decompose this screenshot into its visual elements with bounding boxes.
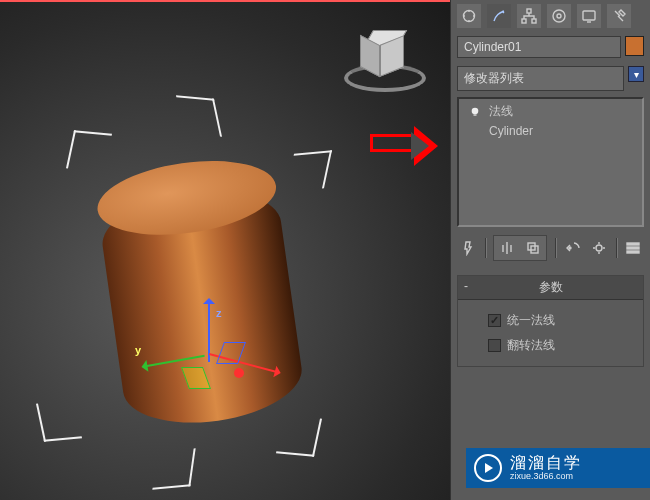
pin-stack-icon[interactable] bbox=[459, 237, 477, 259]
motion-tab-icon[interactable] bbox=[547, 4, 571, 28]
viewcube[interactable] bbox=[350, 22, 420, 92]
remove-modifier-icon[interactable] bbox=[564, 237, 582, 259]
svg-rect-1 bbox=[527, 9, 531, 13]
utilities-tab-icon[interactable] bbox=[607, 4, 631, 28]
object-name-row bbox=[451, 32, 650, 62]
watermark-url: zixue.3d66.com bbox=[510, 472, 582, 482]
svg-point-12 bbox=[596, 245, 602, 251]
command-panel-tabs bbox=[451, 0, 650, 32]
selection-bracket bbox=[66, 130, 112, 171]
separator bbox=[485, 238, 486, 258]
svg-point-7 bbox=[472, 107, 479, 114]
create-tab-icon[interactable] bbox=[457, 4, 481, 28]
axis-end-x[interactable] bbox=[234, 368, 244, 378]
stack-options-icon[interactable] bbox=[624, 237, 642, 259]
command-panel: 修改器列表 ▾ 法线 Cylinder bbox=[450, 0, 650, 500]
move-gizmo[interactable]: y z bbox=[160, 352, 280, 472]
selection-bracket bbox=[176, 95, 222, 136]
modifier-list-row: 修改器列表 ▾ bbox=[451, 62, 650, 95]
svg-rect-6 bbox=[583, 11, 595, 20]
svg-point-5 bbox=[557, 14, 561, 18]
object-name-input[interactable] bbox=[457, 36, 621, 58]
plane-xy[interactable] bbox=[181, 367, 211, 389]
stack-item-label: Cylinder bbox=[489, 124, 533, 138]
svg-point-4 bbox=[553, 10, 565, 22]
play-icon bbox=[474, 454, 502, 482]
svg-rect-14 bbox=[627, 247, 639, 249]
stack-item-normals[interactable]: 法线 bbox=[459, 101, 642, 122]
object-color-swatch[interactable] bbox=[625, 36, 644, 56]
modifier-list-dropdown[interactable]: 修改器列表 bbox=[457, 66, 624, 91]
selection-bracket bbox=[276, 415, 322, 456]
modify-tab-icon[interactable] bbox=[487, 4, 511, 28]
stack-item-label: 法线 bbox=[489, 103, 513, 120]
lightbulb-icon[interactable] bbox=[469, 106, 481, 118]
checkbox-flip-normals[interactable] bbox=[488, 339, 501, 352]
svg-rect-2 bbox=[522, 19, 526, 23]
stack-toolbar bbox=[451, 229, 650, 267]
watermark: 溜溜自学 zixue.3d66.com bbox=[466, 448, 650, 488]
selection-bracket bbox=[36, 400, 82, 441]
svg-rect-13 bbox=[627, 243, 639, 245]
rollout-body: 统一法线 翻转法线 bbox=[458, 300, 643, 366]
make-unique-icon[interactable] bbox=[521, 237, 545, 259]
viewcube-cube[interactable] bbox=[362, 30, 406, 74]
svg-rect-8 bbox=[474, 114, 477, 116]
modifier-list-label: 修改器列表 bbox=[464, 70, 524, 87]
svg-rect-15 bbox=[627, 251, 639, 253]
separator bbox=[616, 238, 617, 258]
rollout-header[interactable]: - 参数 bbox=[458, 276, 643, 300]
rollout-title: 参数 bbox=[539, 280, 563, 294]
svg-point-11 bbox=[569, 247, 571, 249]
separator bbox=[555, 238, 556, 258]
rollout-parameters: - 参数 统一法线 翻转法线 bbox=[457, 275, 644, 367]
stack-item-cylinder[interactable]: Cylinder bbox=[459, 122, 642, 140]
axis-label-z: z bbox=[216, 307, 222, 319]
modifier-stack[interactable]: 法线 Cylinder bbox=[457, 97, 644, 227]
checkbox-flip-normals-row[interactable]: 翻转法线 bbox=[488, 333, 613, 358]
checkbox-unify-normals-row[interactable]: 统一法线 bbox=[488, 308, 613, 333]
checkbox-label: 统一法线 bbox=[507, 312, 555, 329]
show-end-result-icon[interactable] bbox=[495, 237, 519, 259]
collapse-icon: - bbox=[464, 279, 468, 293]
watermark-brand: 溜溜自学 bbox=[510, 454, 582, 472]
axis-label-y: y bbox=[135, 344, 141, 356]
svg-point-0 bbox=[464, 11, 475, 22]
annotation-arrow bbox=[370, 134, 418, 152]
display-tab-icon[interactable] bbox=[577, 4, 601, 28]
viewport[interactable]: y z bbox=[0, 0, 450, 500]
configure-modifier-icon[interactable] bbox=[590, 237, 608, 259]
chevron-down-icon[interactable]: ▾ bbox=[628, 66, 644, 82]
checkbox-unify-normals[interactable] bbox=[488, 314, 501, 327]
hierarchy-tab-icon[interactable] bbox=[517, 4, 541, 28]
svg-rect-3 bbox=[532, 19, 536, 23]
checkbox-label: 翻转法线 bbox=[507, 337, 555, 354]
selection-bracket bbox=[286, 150, 332, 191]
